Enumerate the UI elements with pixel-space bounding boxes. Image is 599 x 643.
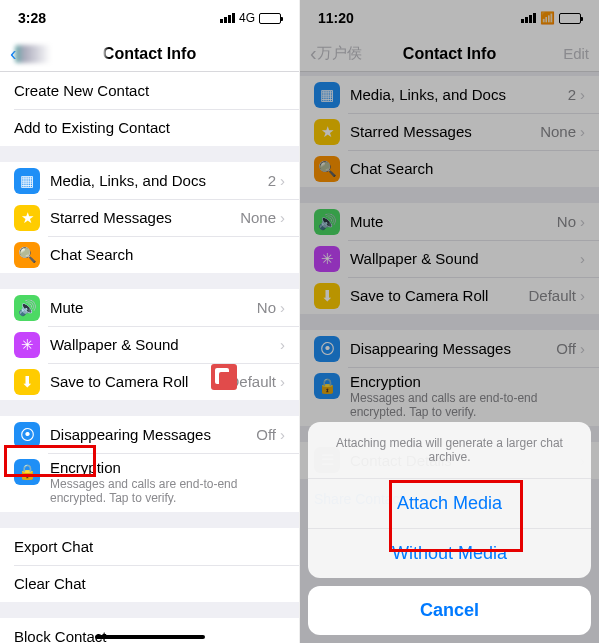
network-label: 4G xyxy=(239,11,255,25)
download-icon: ⬇ xyxy=(14,369,40,395)
star-icon: ★ xyxy=(14,205,40,231)
row-disappearing-messages[interactable]: ⦿ Disappearing Messages Off› xyxy=(0,416,299,453)
without-media-button[interactable]: Without Media xyxy=(308,528,591,578)
group-block: Block Contact Report Contact xyxy=(0,618,299,643)
chevron-right-icon: › xyxy=(280,426,285,443)
chevron-right-icon: › xyxy=(280,336,285,353)
pdf-badge-icon xyxy=(211,364,237,390)
row-starred-messages[interactable]: ★ Starred Messages None› xyxy=(0,199,299,236)
nav-header: ‹ Contact Info xyxy=(0,36,299,72)
action-sheet: Attaching media will generate a larger c… xyxy=(308,422,591,635)
chevron-right-icon: › xyxy=(280,373,285,390)
add-existing-contact[interactable]: Add to Existing Contact xyxy=(0,109,299,146)
search-icon: 🔍 xyxy=(14,242,40,268)
row-clear-chat[interactable]: Clear Chat xyxy=(0,565,299,602)
back-button[interactable]: ‹ xyxy=(10,42,105,65)
action-sheet-message: Attaching media will generate a larger c… xyxy=(308,422,591,479)
speaker-icon: 🔊 xyxy=(14,295,40,321)
group-chat-actions: Export Chat Clear Chat xyxy=(0,528,299,602)
timer-icon: ⦿ xyxy=(14,422,40,448)
chevron-right-icon: › xyxy=(280,209,285,226)
row-chat-search[interactable]: 🔍 Chat Search xyxy=(0,236,299,273)
attach-media-button[interactable]: Attach Media xyxy=(308,479,591,528)
group-create: Create New Contact Add to Existing Conta… xyxy=(0,72,299,146)
row-export-chat[interactable]: Export Chat xyxy=(0,528,299,565)
create-new-contact[interactable]: Create New Contact xyxy=(0,72,299,109)
lock-icon: 🔒 xyxy=(14,459,40,485)
chevron-right-icon: › xyxy=(280,299,285,316)
row-mute[interactable]: 🔊 Mute No› xyxy=(0,289,299,326)
chevron-right-icon: › xyxy=(280,172,285,189)
home-indicator xyxy=(95,635,205,639)
row-save-camera-roll[interactable]: ⬇ Save to Camera Roll Default› xyxy=(0,363,299,400)
wallpaper-icon: ✳ xyxy=(14,332,40,358)
status-time: 3:28 xyxy=(18,10,46,26)
row-encryption[interactable]: 🔒 Encryption Messages and calls are end-… xyxy=(0,453,299,512)
edit-button[interactable]: Edit xyxy=(563,45,589,62)
row-media-links-docs[interactable]: ▦ Media, Links, and Docs 2› xyxy=(0,162,299,199)
photos-icon: ▦ xyxy=(14,168,40,194)
encryption-subtitle: Messages and calls are end-to-end encryp… xyxy=(50,477,285,506)
cancel-button[interactable]: Cancel xyxy=(308,586,591,635)
back-button[interactable]: ‹ 万户侯 xyxy=(310,42,362,65)
encryption-label: Encryption xyxy=(50,459,121,476)
right-screenshot: 11:20 📶 ‹ 万户侯 Contact Info Edit ▦ Media,… xyxy=(299,0,599,643)
left-screenshot: 3:28 4G ‹ Contact Info Create New Contac… xyxy=(0,0,299,643)
battery-icon xyxy=(259,13,281,24)
status-indicators: 4G xyxy=(220,11,281,25)
group-privacy: ⦿ Disappearing Messages Off› 🔒 Encryptio… xyxy=(0,416,299,512)
group-settings: 🔊 Mute No› ✳ Wallpaper & Sound › ⬇ Save … xyxy=(0,289,299,400)
status-bar: 3:28 4G xyxy=(0,0,299,36)
signal-icon xyxy=(220,13,235,23)
group-media: ▦ Media, Links, and Docs 2› ★ Starred Me… xyxy=(0,162,299,273)
contact-name-blurred xyxy=(15,45,105,63)
row-wallpaper-sound[interactable]: ✳ Wallpaper & Sound › xyxy=(0,326,299,363)
row-block-contact[interactable]: Block Contact xyxy=(0,618,299,643)
action-sheet-panel: Attaching media will generate a larger c… xyxy=(308,422,591,578)
